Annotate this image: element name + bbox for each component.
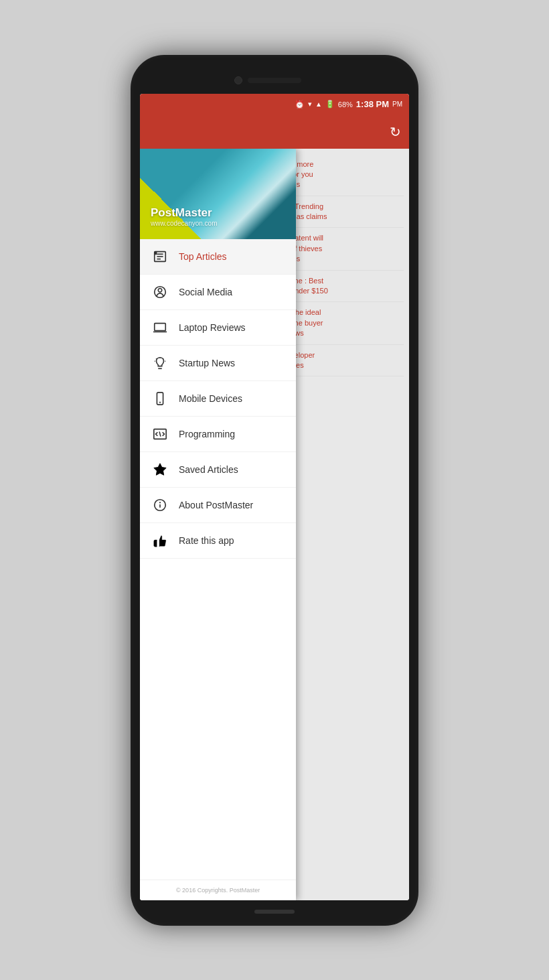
status-icons: ⏰ ▾ ▲ 🔋 68% 1:38 PM PM xyxy=(295,99,402,109)
alarm-icon: ⏰ xyxy=(295,100,305,109)
status-time: 1:38 PM xyxy=(356,99,389,109)
svg-rect-4 xyxy=(155,251,157,255)
drawer-header: PostMaster www.codecanyon.com xyxy=(140,149,296,239)
laptop-reviews-label: Laptop Reviews xyxy=(179,322,246,333)
refresh-icon[interactable]: ↻ xyxy=(390,124,401,140)
app-header: ↻ xyxy=(140,115,409,149)
bg-article-6: veloperices xyxy=(291,345,404,377)
nav-item-programming[interactable]: Programming xyxy=(140,417,296,452)
lightbulb-icon xyxy=(151,354,169,372)
programming-label: Programming xyxy=(179,429,235,439)
phone-camera xyxy=(234,76,242,84)
code-icon xyxy=(151,425,169,443)
nav-items-list: Top Articles Social Media xyxy=(140,239,296,880)
drawer-header-text: PostMaster www.codecanyon.com xyxy=(151,206,218,227)
thumbsup-icon xyxy=(151,531,169,550)
laptop-icon xyxy=(151,318,169,337)
svg-marker-18 xyxy=(154,463,166,474)
social-media-label: Social Media xyxy=(179,287,232,297)
nav-item-startup-news[interactable]: Startup News xyxy=(140,346,296,381)
star-icon xyxy=(151,460,169,479)
footer-text: © 2016 Copyrights. PostMaster xyxy=(176,887,260,894)
nav-item-top-articles[interactable]: Top Articles xyxy=(140,239,296,275)
svg-line-13 xyxy=(163,358,164,359)
bg-article-1: a morefor youies xyxy=(291,154,404,196)
phone-screen: ⏰ ▾ ▲ 🔋 68% 1:38 PM PM ↻ a morefor youie… xyxy=(140,94,409,900)
nav-item-mobile-devices[interactable]: Mobile Devices xyxy=(140,381,296,417)
nav-item-about[interactable]: About PostMaster xyxy=(140,488,296,523)
saved-articles-label: Saved Articles xyxy=(179,464,238,475)
startup-news-label: Startup News xyxy=(179,358,235,368)
phone-bottom-bar xyxy=(254,910,295,914)
nav-item-rate[interactable]: Rate this app xyxy=(140,523,296,559)
phone-speaker xyxy=(248,78,301,83)
wifi-icon: ▾ xyxy=(308,100,312,109)
battery-icon: 🔋 xyxy=(325,100,335,109)
main-content: a morefor youies : Trendingbias claims p… xyxy=(140,149,409,900)
status-bar: ⏰ ▾ ▲ 🔋 68% 1:38 PM PM xyxy=(140,94,409,115)
rate-label: Rate this app xyxy=(179,535,234,546)
mobile-icon xyxy=(151,389,169,408)
newspaper-icon xyxy=(151,247,169,266)
svg-line-17 xyxy=(159,431,161,436)
person-circle-icon xyxy=(151,283,169,301)
nav-item-social-media[interactable]: Social Media xyxy=(140,275,296,310)
nav-item-saved-articles[interactable]: Saved Articles xyxy=(140,452,296,488)
signal-icon: ▲ xyxy=(315,100,322,108)
nav-drawer: PostMaster www.codecanyon.com xyxy=(140,149,296,900)
svg-point-6 xyxy=(158,288,162,292)
time-suffix: PM xyxy=(392,100,402,108)
svg-line-12 xyxy=(156,358,157,359)
bg-article-5: The idealime buyerews xyxy=(291,302,404,344)
about-label: About PostMaster xyxy=(179,500,253,510)
svg-rect-7 xyxy=(155,323,166,330)
phone-frame: ⏰ ▾ ▲ 🔋 68% 1:38 PM PM ↻ a morefor youie… xyxy=(131,55,418,926)
bg-article-4: ime : Bestunder $150 xyxy=(291,271,404,303)
app-name: PostMaster xyxy=(151,206,218,220)
bg-articles: a morefor youies : Trendingbias claims p… xyxy=(288,149,409,900)
nav-item-laptop-reviews[interactable]: Laptop Reviews xyxy=(140,310,296,346)
top-articles-label: Top Articles xyxy=(179,251,227,262)
info-icon xyxy=(151,496,169,514)
drawer-footer: © 2016 Copyrights. PostMaster xyxy=(140,880,296,900)
phone-top xyxy=(140,67,409,94)
app-url: www.codecanyon.com xyxy=(151,220,218,227)
bg-article-2: : Trendingbias claims xyxy=(291,196,404,228)
battery-percent: 68% xyxy=(338,100,353,109)
bg-article-3: patent willof thievesies xyxy=(291,228,404,270)
mobile-devices-label: Mobile Devices xyxy=(179,393,242,404)
